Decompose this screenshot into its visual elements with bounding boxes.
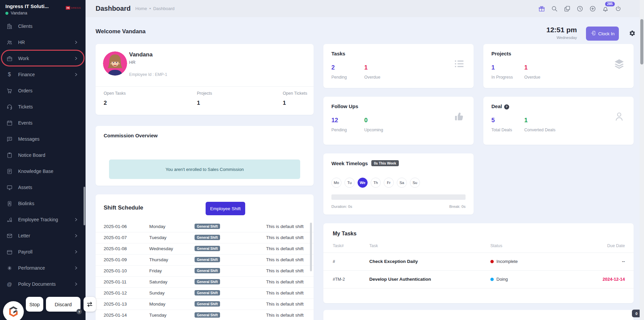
week-timelogs-title: Week Timelogs bbox=[331, 161, 368, 166]
commission-alert: You aren't enrolled to Sales Commission bbox=[109, 159, 300, 179]
help-badge[interactable]: ? bbox=[76, 309, 82, 314]
search-icon[interactable] bbox=[551, 5, 558, 12]
weekday-we-active[interactable]: We bbox=[358, 178, 368, 188]
metric-value[interactable]: 1 bbox=[491, 64, 513, 71]
ingress-logo: IN GRESS bbox=[66, 6, 81, 10]
extension-logo[interactable] bbox=[3, 301, 24, 320]
weekday-th[interactable]: Th bbox=[371, 178, 381, 188]
sidebar-item-performance[interactable]: Performance bbox=[0, 260, 86, 276]
gift-icon[interactable] bbox=[538, 5, 545, 12]
divider bbox=[96, 86, 314, 87]
stat-label: Open Tickets bbox=[283, 91, 307, 96]
sidebar-item-policy-documents[interactable]: @Policy Documents bbox=[0, 276, 86, 292]
partial-card bbox=[323, 310, 634, 320]
discard-button[interactable]: Discard bbox=[46, 297, 80, 312]
breadcrumb-home[interactable]: Home bbox=[135, 6, 147, 11]
sidebar-item-clients[interactable]: Clients bbox=[0, 18, 86, 34]
shift-row[interactable]: 2025-01-08WednesdayGeneral ShiftThis is … bbox=[96, 243, 314, 255]
chevron-right-icon bbox=[74, 266, 78, 270]
weekday-mo[interactable]: Mo bbox=[331, 178, 341, 188]
task-title[interactable]: Develop User Authentication bbox=[369, 277, 431, 282]
sidebar-item-label: Letter bbox=[18, 233, 30, 238]
profile-stat-open-tasks: Open Tasks2 bbox=[104, 91, 126, 106]
metric-value[interactable]: 0 bbox=[364, 117, 383, 124]
commission-title: Commission Overview bbox=[104, 133, 158, 138]
weekday-fr[interactable]: Fr bbox=[384, 178, 394, 188]
shift-row[interactable]: 2025-01-07TuesdayGeneral ShiftThis is de… bbox=[96, 232, 314, 243]
metric-value[interactable]: 1 bbox=[524, 117, 555, 124]
building-icon bbox=[6, 23, 13, 30]
metric-value[interactable]: 2 bbox=[331, 64, 347, 71]
metric-value[interactable]: 12 bbox=[331, 117, 347, 124]
shift-row[interactable]: 2025-01-06MondayGeneral ShiftThis is def… bbox=[96, 221, 314, 232]
metric-value[interactable]: 1 bbox=[364, 64, 380, 71]
shift-row[interactable]: 2025-01-10FridayGeneral ShiftThis is def… bbox=[96, 266, 314, 277]
sidebar-item-label: Messages bbox=[18, 136, 40, 142]
metric-value[interactable]: 5 bbox=[491, 117, 512, 124]
shift-row[interactable]: 2025-01-14TuesdayGeneral ShiftThis is de… bbox=[96, 310, 314, 320]
layers-icon bbox=[613, 58, 625, 70]
metric-value[interactable]: 1 bbox=[524, 64, 540, 71]
swap-button[interactable] bbox=[84, 297, 96, 312]
metric-overdue: 1Overdue bbox=[524, 64, 540, 80]
clock-icon[interactable] bbox=[576, 5, 584, 12]
gear-icon[interactable] bbox=[629, 30, 636, 37]
shift-table-scrollbar[interactable] bbox=[310, 223, 312, 271]
projects-card: Projects1In Progress1Overdue bbox=[483, 44, 634, 88]
weekday-su[interactable]: Su bbox=[410, 178, 420, 188]
power-icon[interactable] bbox=[614, 5, 622, 12]
plus-icon[interactable] bbox=[589, 5, 596, 12]
my-tasks-card: My Tasks Task# Task Status Due Date #Che… bbox=[323, 223, 634, 303]
shift-date: 2025-01-11 bbox=[104, 279, 126, 284]
sidebar-item-letter[interactable]: Letter bbox=[0, 228, 86, 244]
sidebar-item-payroll[interactable]: Payroll bbox=[0, 244, 86, 260]
sidebar-item-notice-board[interactable]: Notice Board bbox=[0, 147, 86, 163]
shift-note: This is default shift bbox=[266, 235, 304, 240]
clock-in-button[interactable]: Clock In bbox=[586, 27, 619, 41]
shift-row[interactable]: 2025-01-12SundayGeneral ShiftThis is def… bbox=[96, 288, 314, 299]
sidebar-item-work[interactable]: Work bbox=[0, 50, 86, 66]
chat-icon bbox=[6, 136, 13, 142]
shift-day: Tuesday bbox=[149, 235, 166, 240]
page-scrollbar-thumb[interactable] bbox=[640, 19, 643, 64]
sidebar-item-events[interactable]: Events bbox=[0, 115, 86, 131]
my-tasks-header: Task# Task Status Due Date bbox=[323, 243, 634, 253]
shift-row[interactable]: 2025-01-13MondayGeneral ShiftThis is def… bbox=[96, 299, 314, 310]
weekday-sa[interactable]: Sa bbox=[397, 178, 407, 188]
task-row[interactable]: #TM-2Develop User AuthenticationDoing202… bbox=[323, 271, 634, 288]
sidebar-item-orders[interactable]: Orders bbox=[0, 83, 86, 99]
screen: Ingress IT Soluti... Vandana IN GRESS Cl… bbox=[0, 0, 644, 320]
sidebar-item-hr[interactable]: HR bbox=[0, 34, 86, 50]
org-name[interactable]: Ingress IT Soluti... bbox=[5, 3, 62, 9]
employee-shift-button[interactable]: Employee Shift bbox=[206, 202, 245, 215]
sidebar-item-finance[interactable]: $Finance bbox=[0, 66, 86, 83]
sidebar-item-knowledge-base[interactable]: Knowledge Base bbox=[0, 163, 86, 179]
sidebar-item-tickets[interactable]: Tickets bbox=[0, 99, 86, 115]
monitor-icon bbox=[6, 184, 13, 191]
card-title: Projects bbox=[491, 51, 511, 56]
week-timelogs-badge: 0s This Week bbox=[371, 160, 399, 166]
sidebar-item-employee-tracking[interactable]: Employee Tracking bbox=[0, 212, 86, 228]
weekday-tu[interactable]: Tu bbox=[344, 178, 355, 188]
metric-label: Upcoming bbox=[364, 128, 383, 132]
copy-icon[interactable] bbox=[564, 5, 571, 12]
tasks-card: Tasks2Pending1Overdue bbox=[323, 44, 474, 88]
page-scrollbar[interactable] bbox=[640, 0, 644, 320]
task-title[interactable]: Check Exception Daily bbox=[369, 259, 418, 264]
shift-row[interactable]: 2025-01-09ThursdayGeneral ShiftThis is d… bbox=[96, 255, 314, 266]
bell-icon[interactable]: 285 bbox=[602, 5, 609, 12]
briefcase-icon bbox=[6, 55, 13, 62]
metric-pending: 2Pending bbox=[331, 64, 347, 80]
help-icon[interactable]: ? bbox=[504, 104, 509, 109]
login-icon bbox=[590, 30, 596, 37]
task-due-date: 2024-12-14 bbox=[603, 277, 625, 282]
task-row[interactable]: #Check Exception DailyIncomplete-- bbox=[323, 253, 634, 271]
sidebar-item-messages[interactable]: Messages bbox=[0, 131, 86, 147]
sidebar-scrollbar[interactable] bbox=[84, 187, 85, 225]
stop-button[interactable]: Stop bbox=[26, 297, 43, 312]
sidebar-item-assets[interactable]: Assets bbox=[0, 179, 86, 195]
shift-note: This is default shift bbox=[266, 246, 304, 251]
shift-row[interactable]: 2025-01-11SaturdayGeneral ShiftThis is d… bbox=[96, 277, 314, 288]
sidebar-item-biolinks[interactable]: Biolinks bbox=[0, 195, 86, 212]
shift-schedule-title: Shift Schedule bbox=[104, 204, 143, 211]
